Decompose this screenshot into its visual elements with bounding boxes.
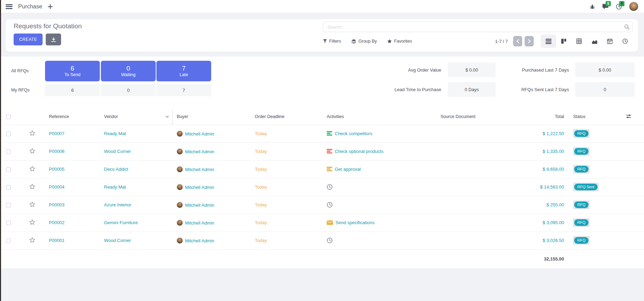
- activity-label[interactable]: Check competitors: [335, 131, 372, 136]
- filters-button[interactable]: Filters: [323, 39, 341, 44]
- activity-list-icon[interactable]: [327, 149, 332, 154]
- row-checkbox[interactable]: [6, 238, 11, 243]
- favorite-star-icon[interactable]: [29, 219, 35, 225]
- activity-envelope-icon[interactable]: [327, 220, 333, 225]
- row-total: $ 3,026.50: [543, 238, 564, 243]
- vendor-link[interactable]: Wood Corner: [104, 238, 131, 243]
- apps-menu-icon[interactable]: [6, 4, 13, 9]
- buyer-link[interactable]: Mitchell Admin: [185, 220, 214, 226]
- row-checkbox[interactable]: [6, 185, 11, 190]
- favorite-star-icon[interactable]: [29, 130, 35, 136]
- buyer-link[interactable]: Mitchell Admin: [185, 167, 214, 172]
- buyer-link[interactable]: Mitchell Admin: [185, 203, 214, 208]
- buyer-avatar: [177, 131, 183, 137]
- row-checkbox[interactable]: [6, 203, 11, 207]
- buyer-link[interactable]: Mitchell Admin: [185, 185, 214, 190]
- favorite-star-icon[interactable]: [29, 237, 35, 243]
- rfq-list-table: Reference Vendor Buyer Order Deadline Ac…: [0, 109, 644, 268]
- reference-link[interactable]: P00005: [49, 167, 65, 172]
- activity-label[interactable]: Send specifications: [335, 220, 375, 225]
- buyer-link[interactable]: Mitchell Admin: [185, 149, 214, 154]
- row-checkbox[interactable]: [6, 167, 11, 172]
- view-calendar-button[interactable]: [602, 35, 617, 48]
- favorite-star-icon[interactable]: [29, 184, 35, 190]
- view-activity-button[interactable]: [617, 35, 633, 48]
- activity-clock-icon[interactable]: [327, 184, 333, 190]
- messages-chat-icon[interactable]: 5: [602, 3, 609, 9]
- activity-list-icon[interactable]: [327, 131, 332, 136]
- page-title: Requests for Quotation: [14, 22, 82, 30]
- source-document-cell: [410, 125, 506, 142]
- export-button[interactable]: [46, 34, 61, 45]
- column-header-status[interactable]: Status: [565, 109, 614, 125]
- row-checkbox[interactable]: [6, 149, 11, 154]
- pager-range: 1-7 / 7: [495, 39, 508, 44]
- reference-link[interactable]: P00007: [49, 131, 65, 136]
- app-title[interactable]: Purchase: [18, 3, 42, 10]
- vendor-link[interactable]: Ready Mat: [104, 131, 126, 136]
- calendar-view-icon: [607, 38, 613, 44]
- my-to-send-cell[interactable]: 6: [45, 84, 100, 96]
- source-document-cell: [410, 142, 506, 160]
- pager-next-button[interactable]: [525, 36, 534, 46]
- column-header-total[interactable]: Total: [506, 109, 565, 125]
- kanban-view-icon: [561, 38, 567, 44]
- view-pivot-button[interactable]: [571, 35, 587, 48]
- search-input[interactable]: [323, 22, 633, 32]
- buyer-link[interactable]: Mitchell Admin: [185, 131, 214, 137]
- select-all-checkbox[interactable]: [6, 115, 11, 119]
- activity-list-icon[interactable]: [327, 167, 332, 171]
- column-header-buyer[interactable]: Buyer: [172, 109, 251, 125]
- buyer-link[interactable]: Mitchell Admin: [185, 238, 214, 243]
- list-view-icon: [546, 39, 552, 44]
- row-checkbox[interactable]: [6, 132, 11, 136]
- favorite-star-icon[interactable]: [29, 148, 35, 154]
- stat-to-send-button[interactable]: 6To Send: [45, 61, 100, 81]
- optional-columns-sliders-icon[interactable]: [626, 114, 631, 119]
- column-header-source[interactable]: Source Document: [410, 109, 506, 125]
- stat-late-button[interactable]: 7Late: [156, 61, 211, 81]
- column-header-deadline[interactable]: Order Deadline: [251, 109, 323, 125]
- pager-prev-button[interactable]: [513, 36, 522, 46]
- activities-clock-icon[interactable]: 9: [616, 3, 622, 10]
- order-deadline-value: Today: [255, 184, 267, 190]
- my-late-cell[interactable]: 7: [156, 84, 211, 96]
- my-waiting-cell[interactable]: 0: [101, 84, 156, 96]
- window-edge: [0, 0, 1, 301]
- column-header-activities[interactable]: Activities: [323, 109, 410, 125]
- reference-link[interactable]: P00002: [49, 220, 65, 225]
- order-deadline-value: Today: [255, 202, 267, 207]
- column-header-vendor[interactable]: Vendor: [100, 109, 172, 125]
- view-list-button[interactable]: [541, 35, 556, 48]
- user-avatar[interactable]: [629, 2, 638, 11]
- view-kanban-button[interactable]: [556, 35, 571, 48]
- activity-label[interactable]: Get approval: [335, 167, 361, 172]
- vendor-link[interactable]: Deco Addict: [104, 167, 128, 172]
- vendor-link[interactable]: Azure Interior: [104, 202, 131, 207]
- top-navbar: Purchase 5 9: [0, 0, 644, 13]
- favorite-star-icon[interactable]: [29, 201, 35, 207]
- pivot-view-icon: [576, 38, 582, 44]
- row-total: $ 3,095.00: [543, 220, 564, 225]
- kpi-rfqs-sent-value: 0: [575, 82, 635, 97]
- activity-clock-icon[interactable]: [327, 202, 333, 208]
- vendor-link[interactable]: Ready Mat: [104, 184, 126, 190]
- favorites-button[interactable]: Favorites: [387, 39, 412, 44]
- new-tab-plus-icon[interactable]: [48, 4, 53, 9]
- column-header-reference[interactable]: Reference: [45, 109, 100, 125]
- reference-link[interactable]: P00001: [49, 238, 65, 243]
- vendor-link[interactable]: Gemini Furniture: [104, 220, 138, 225]
- favorite-star-icon[interactable]: [29, 166, 35, 172]
- reference-link[interactable]: P00003: [49, 202, 65, 207]
- create-button[interactable]: CREATE: [14, 34, 43, 45]
- vendor-link[interactable]: Wood Corner: [104, 149, 131, 154]
- debug-bug-icon[interactable]: [590, 4, 595, 9]
- view-graph-button[interactable]: [587, 35, 602, 48]
- stat-waiting-button[interactable]: 0Waiting: [101, 61, 156, 81]
- activity-label[interactable]: Check optional products: [335, 149, 383, 154]
- group-by-button[interactable]: Group By: [351, 39, 377, 44]
- reference-link[interactable]: P00006: [49, 149, 65, 154]
- activity-clock-icon[interactable]: [327, 237, 333, 243]
- row-checkbox[interactable]: [6, 221, 11, 225]
- reference-link[interactable]: P00004: [49, 184, 65, 190]
